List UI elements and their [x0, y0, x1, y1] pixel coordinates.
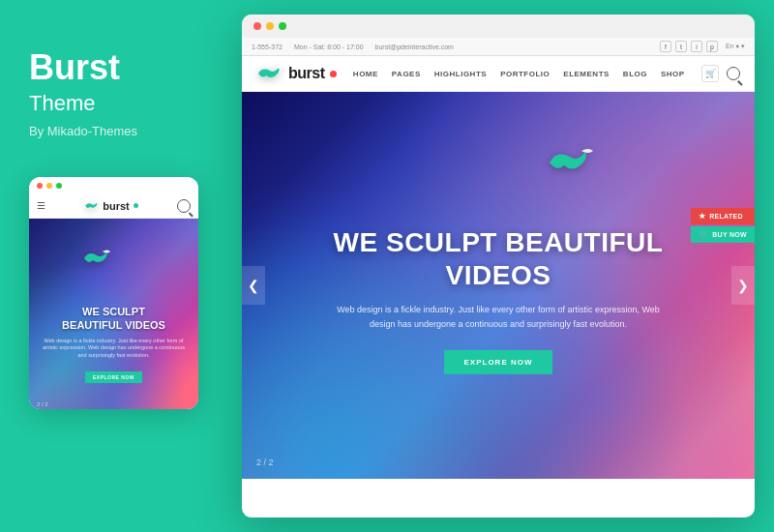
desktop-mockup: 1-555-372 Mon - Sat: 8:00 - 17:00 burst@… [242, 15, 755, 517]
desktop-topbar: 1-555-372 Mon - Sat: 8:00 - 17:00 burst@… [242, 38, 755, 56]
mobile-window-dots [29, 177, 198, 194]
mobile-hero-title: WE SCULPTBEAUTIFUL VIDEOS [39, 305, 189, 333]
mobile-mockup: ☰ burst WE SCULPT [29, 177, 198, 409]
arrow-left-icon: ❮ [248, 278, 259, 293]
mobile-hero-content: WE SCULPTBEAUTIFUL VIDEOS Web design is … [39, 305, 189, 383]
mobile-hero-body: Web design is a fickle industry. Just li… [39, 338, 189, 360]
mobile-explore-button[interactable]: EXPLORE NOW [85, 371, 142, 383]
desktop-slide-num: 2 / 2 [256, 458, 274, 467]
related-label: RELATED [709, 213, 743, 220]
desktop-dot-yellow [266, 22, 274, 30]
desktop-logo: burst [256, 64, 337, 83]
nav-home[interactable]: HOME [353, 70, 378, 78]
hamburger-icon: ☰ [37, 200, 45, 211]
topbar-hours: Mon - Sat: 8:00 - 17:00 [294, 44, 364, 50]
mobile-slide-num: 2 / 2 [37, 401, 48, 407]
arrow-right-icon: ❯ [737, 278, 749, 293]
desktop-nav: burst HOME PAGES HIGHLIGHTS PORTFOLIO EL… [242, 56, 755, 92]
mobile-nav: ☰ burst [29, 194, 198, 219]
mobile-hero-bird-icon [82, 248, 111, 273]
desktop-dot-green [279, 22, 286, 30]
theme-title: Burst [29, 48, 120, 87]
desktop-nav-icons: 🛒 [701, 65, 740, 82]
left-panel: Burst Theme By Mikado-Themes ☰ burst [0, 0, 223, 532]
theme-subtitle: Theme [29, 91, 95, 116]
mobile-logo-dot [134, 203, 138, 208]
search-icon[interactable] [727, 67, 740, 80]
mobile-dot-yellow [46, 183, 52, 189]
desktop-window-dots [242, 15, 755, 38]
mobile-logo-bird-icon [84, 200, 100, 212]
instagram-icon: i [691, 41, 702, 52]
mobile-dot-green [56, 183, 62, 189]
facebook-icon: f [660, 41, 671, 52]
twitter-icon: t [675, 41, 687, 52]
desktop-hero-title: WE SCULPT BEAUTIFUL VIDEOS [314, 226, 682, 291]
desktop-logo-text: burst [288, 65, 325, 82]
next-slide-button[interactable]: ❯ [731, 266, 755, 305]
desktop-logo-bird-icon [256, 64, 283, 83]
nav-highlights[interactable]: HIGHLIGHTS [434, 70, 487, 78]
nav-pages[interactable]: PAGES [392, 70, 421, 78]
mobile-logo: burst [84, 200, 138, 212]
buy-label: BUY NOW [712, 231, 747, 238]
desktop-hero-bird-icon [547, 145, 595, 184]
related-icon: ★ [699, 212, 705, 221]
topbar-phone: 1-555-372 [252, 44, 283, 50]
desktop-hero-content: WE SCULPT BEAUTIFUL VIDEOS Web design is… [314, 226, 682, 374]
mobile-search-icon [177, 199, 191, 213]
nav-blog[interactable]: BLOG [623, 70, 647, 78]
topbar-email: burst@pdeinteractive.com [375, 44, 454, 50]
mobile-dot-red [37, 183, 43, 189]
pinterest-icon: p [706, 41, 718, 52]
topbar-lang[interactable]: En ♦ ▾ [726, 43, 745, 50]
nav-elements[interactable]: ELEMENTS [563, 70, 610, 78]
desktop-hero: ❮ WE SCULPT BEAUTIFUL VIDEOS Web design … [242, 92, 755, 479]
topbar-right: f t i p En ♦ ▾ [660, 41, 745, 52]
theme-author: By Mikado-Themes [29, 124, 137, 138]
related-button[interactable]: ★ RELATED [691, 208, 755, 224]
side-buttons: ★ RELATED 🛒 BUY NOW [691, 208, 755, 243]
prev-slide-button[interactable]: ❮ [242, 266, 265, 305]
desktop-dot-red [253, 22, 261, 30]
desktop-hero-body: Web design is a fickle industry. Just li… [329, 303, 668, 333]
topbar-social: f t i p [660, 41, 718, 52]
mobile-logo-text: burst [103, 200, 130, 212]
mobile-hero: WE SCULPTBEAUTIFUL VIDEOS Web design is … [29, 219, 198, 409]
cart-icon[interactable]: 🛒 [701, 65, 719, 82]
buy-icon: 🛒 [699, 230, 708, 239]
desktop-logo-dot [330, 71, 337, 77]
desktop-nav-links: HOME PAGES HIGHLIGHTS PORTFOLIO ELEMENTS… [353, 70, 685, 78]
nav-portfolio[interactable]: PORTFOLIO [500, 70, 550, 78]
nav-shop[interactable]: SHOP [661, 70, 685, 78]
topbar-left: 1-555-372 Mon - Sat: 8:00 - 17:00 burst@… [252, 44, 454, 50]
desktop-explore-button[interactable]: EXPLORE NOW [444, 350, 551, 374]
buy-now-button[interactable]: 🛒 BUY NOW [691, 226, 755, 243]
